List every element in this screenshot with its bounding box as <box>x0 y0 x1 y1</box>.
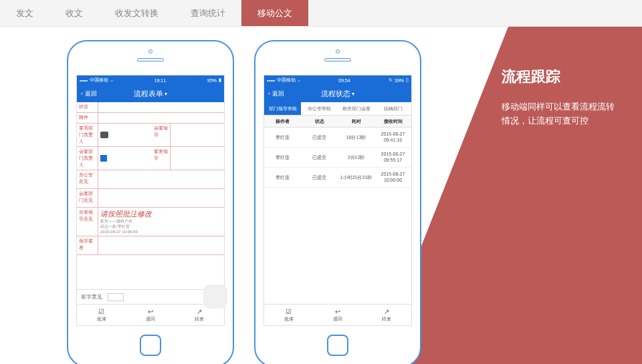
tab-mobile[interactable]: 移动公文 <box>241 0 308 26</box>
status-tab-dept[interactable]: 部门领导审核 <box>264 102 301 116</box>
cell-office[interactable] <box>98 170 224 188</box>
cell-cc[interactable] <box>98 102 224 112</box>
col-duration: 耗时 <box>338 116 374 127</box>
cell-op: 李红雷 <box>264 128 301 147</box>
home-button[interactable] <box>327 335 348 356</box>
caret-down-icon[interactable]: ▾ <box>352 91 354 97</box>
cell-dur: 1小时21分21秒 <box>338 168 374 187</box>
phone-camera-icon <box>148 49 152 53</box>
battery-icon: ▮ <box>219 77 221 83</box>
cell-dur: 3分12秒 <box>338 148 374 167</box>
return-icon: ↩ <box>335 308 340 315</box>
wifi-icon: ⌵ <box>298 77 300 83</box>
bottom-bar: ☑批准 ↩退回 ↗转发 <box>77 304 224 325</box>
tab-convert[interactable]: 收发文转换 <box>99 0 175 26</box>
table-row[interactable]: 李红雷 已提交 10分13秒 2015-08-2709:41:16 <box>264 128 411 148</box>
table-row[interactable]: 李红雷 已提交 3分12秒 2015-08-2709:55:17 <box>264 148 411 168</box>
label-leader-issue: 领导签发 <box>77 236 98 254</box>
sign-row: 签字意见 <box>77 289 224 304</box>
label-sign-dept: 签否部门负责人 <box>77 124 98 146</box>
cell-st: 已提交 <box>301 128 338 147</box>
carrier: 中国移动 <box>90 77 108 83</box>
home-button[interactable] <box>140 335 161 356</box>
cell-time: 2015-08-2710:00:00 <box>374 168 411 187</box>
return-button[interactable]: ↩退回 <box>146 308 155 323</box>
label-issue-leader: 签发领导 <box>152 147 171 170</box>
tab-send[interactable]: 发文 <box>0 0 49 26</box>
phone1-screen: ••••• 中国移动 ⌵ 19:11 95% ▮ ‹ 返回 流程表单 ▾ 抄送 … <box>76 75 225 326</box>
cell-sign-dept[interactable] <box>98 124 152 146</box>
forward-label: 转发 <box>195 316 204 323</box>
table-header: 操作者 状态 耗时 接收时间 <box>264 116 411 128</box>
status-tabs: 部门领导审核 办公室审核 相关部门会签 拟稿部门 <box>264 102 411 116</box>
cell-time: 2015-08-2709:55:17 <box>374 148 411 167</box>
status-bar: ••••• 中国移动 ⌵ 19:11 95% ▮ <box>77 75 224 85</box>
col-time: 接收时间 <box>374 116 411 127</box>
main-tabs: 发文 收文 收发文转换 查询统计 移动公文 <box>0 0 642 27</box>
phone-form: ••••• 中国移动 ⌵ 19:11 95% ▮ ‹ 返回 流程表单 ▾ 抄送 … <box>67 40 234 364</box>
approve-label: 批准 <box>284 316 294 323</box>
status-tab-office[interactable]: 办公室审核 <box>301 102 338 116</box>
col-operator: 操作者 <box>264 116 301 127</box>
nav-header: ‹ 返回 流程状态 ▾ <box>264 85 411 102</box>
bottom-bar: ☑批准 ↩退回 ↗转发 <box>264 304 411 325</box>
label-cosign-dept: 会签部门负责人 <box>77 147 98 170</box>
chevron-left-icon: ‹ <box>81 90 83 97</box>
status-tab-cosign[interactable]: 相关部门会签 <box>338 102 374 116</box>
sign-input[interactable] <box>108 293 124 301</box>
nav-title: 流程状态 <box>321 89 350 99</box>
approve-button[interactable]: ☑批准 <box>284 308 294 323</box>
cell-issue-leader[interactable] <box>171 147 224 170</box>
label-cosign-opinion: 会签部门意见 <box>77 189 98 207</box>
forward-button[interactable]: ↗转发 <box>195 308 204 323</box>
cell-op: 李红雷 <box>264 148 301 167</box>
cell-leader-issue[interactable] <box>98 236 224 254</box>
forward-icon: ↗ <box>384 308 389 315</box>
cell-leader-opinion[interactable]: 请按照批注修改 处分——接收户名 综合一处/李红雷 2015-08-27 10:… <box>98 208 224 236</box>
dropdown-icon[interactable] <box>100 132 108 138</box>
wifi-icon: ⌵ <box>110 77 113 83</box>
back-label: 返回 <box>272 90 284 97</box>
handwriting-note: 请按照批注修改 <box>100 209 152 219</box>
tab-receive[interactable]: 收文 <box>49 0 99 26</box>
back-button[interactable]: ‹ 返回 <box>268 89 284 98</box>
carrier: 中国移动 <box>277 77 296 83</box>
cell-cosign-opinion[interactable] <box>98 189 224 207</box>
status-time: 19:11 <box>154 78 167 83</box>
phone2-screen: ••••• 中国移动 ⌵ 09:54 ↻ 39% ▯ ‹ 返回 流程状态 ▾ 部… <box>263 75 412 326</box>
nav-header: ‹ 返回 流程表单 ▾ <box>77 85 224 102</box>
search-icon[interactable] <box>100 155 107 162</box>
meta-line1: 处分——接收户名 <box>100 219 132 224</box>
signal-icon: ••••• <box>267 78 275 83</box>
tab-query[interactable]: 查询统计 <box>175 0 241 26</box>
chevron-left-icon: ‹ <box>268 90 270 97</box>
cell-cosign-dept[interactable] <box>98 147 152 170</box>
forward-button[interactable]: ↗转发 <box>382 308 391 323</box>
caret-down-icon[interactable]: ▾ <box>165 91 167 97</box>
table-row[interactable]: 李红雷 已提交 1小时21分21秒 2015-08-2710:00:00 <box>264 168 411 188</box>
feature-text: 流程跟踪 移动端同样可以查看流程流转情况，让流程可查可控 <box>502 67 622 128</box>
meta-line2: 综合一处/李红雷 <box>100 224 130 230</box>
cell-op: 李红雷 <box>264 168 301 187</box>
return-label: 退回 <box>146 316 155 323</box>
sync-icon: ↻ <box>389 77 393 83</box>
return-button[interactable]: ↩退回 <box>333 308 342 323</box>
signal-icon: ••••• <box>80 78 88 83</box>
spacer <box>264 188 411 304</box>
form-body[interactable]: 抄送 附件 签否部门负责人 会签领导 会签部门负责人 签发领导 办公室意见 会签… <box>77 102 224 289</box>
feature-desc: 移动端同样可以查看流程流转情况，让流程可查可控 <box>502 100 622 128</box>
status-time: 09:54 <box>338 78 350 83</box>
approve-label: 批准 <box>97 316 106 323</box>
cell-st: 已提交 <box>301 168 338 187</box>
status-tab-draft[interactable]: 拟稿部门 <box>374 102 411 116</box>
approve-button[interactable]: ☑批准 <box>97 308 106 323</box>
back-button[interactable]: ‹ 返回 <box>81 89 97 98</box>
phone-speaker-icon <box>324 58 351 61</box>
phone-status: ••••• 中国移动 ⌵ 09:54 ↻ 39% ▯ ‹ 返回 流程状态 ▾ 部… <box>254 40 421 364</box>
assistive-touch-icon[interactable] <box>203 285 227 309</box>
meta-line3: 2015-08-27 10:00:00 <box>100 230 138 235</box>
back-label: 返回 <box>85 90 97 97</box>
cell-cosign-leader[interactable] <box>171 124 224 146</box>
label-office: 办公室意见 <box>77 170 98 188</box>
cell-attach[interactable] <box>98 113 224 123</box>
